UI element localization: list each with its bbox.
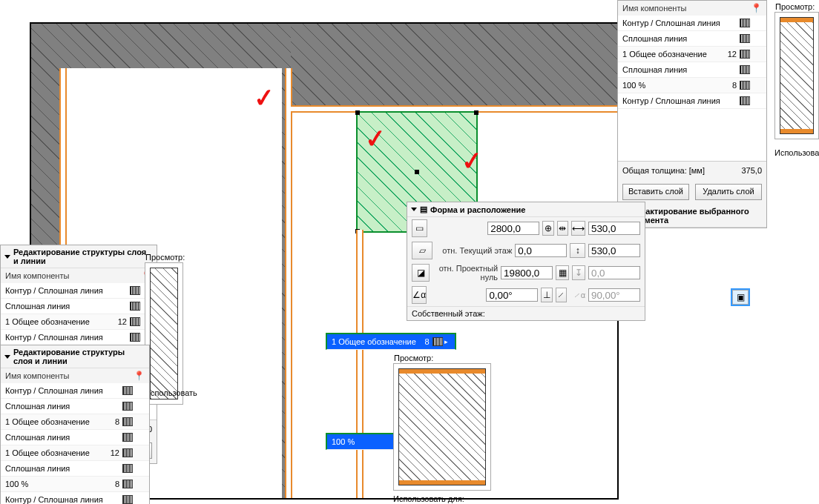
form-position-panel: ▤ Форма и расположение ▭ ⊕ ⇹ ⟷ ▱ отн. Те… bbox=[407, 202, 645, 321]
z-input[interactable] bbox=[501, 266, 553, 279]
layer-pattern[interactable] bbox=[122, 433, 145, 442]
layer-name: Сплошная линия bbox=[622, 34, 720, 43]
shape-plane-icon[interactable]: ▱ bbox=[412, 242, 432, 259]
layer-name: 1 Общее обозначение bbox=[5, 448, 103, 457]
layer-row[interactable]: Сплошная линия bbox=[1, 430, 149, 445]
layer-panel-mid: Редактирование структуры слоя и линии Им… bbox=[0, 345, 150, 504]
layer-row[interactable]: Контур / Сплошная линия bbox=[618, 93, 766, 109]
offset-icon: ↧ bbox=[572, 265, 585, 280]
angle2-input bbox=[588, 288, 640, 302]
ref-floor-label: отн. Текущий этаж bbox=[435, 246, 512, 255]
layer-row[interactable]: Сплошная линия bbox=[1, 399, 149, 414]
section-title: Редактирование выбранного элемента bbox=[631, 207, 763, 225]
ref-zero-label: отн. Проектный нуль bbox=[432, 264, 498, 282]
layer-pattern[interactable] bbox=[122, 402, 145, 411]
panel-title: Форма и расположение bbox=[430, 205, 525, 214]
collapse-icon[interactable] bbox=[4, 355, 10, 359]
layer-name: Сплошная линия bbox=[622, 65, 720, 74]
anchor-center-icon[interactable]: ⊕ bbox=[542, 221, 553, 236]
layer-name: 100 % bbox=[622, 81, 720, 90]
preview-label: Просмотр: bbox=[394, 354, 433, 362]
layer-pattern[interactable] bbox=[122, 464, 145, 473]
ortho-icon[interactable]: ⊥ bbox=[541, 288, 552, 302]
check-icon: ✓ bbox=[252, 82, 275, 113]
column-name: Имя компоненты bbox=[5, 371, 69, 380]
layer-row[interactable]: Контур / Сплошная линия bbox=[618, 16, 766, 31]
layer-row[interactable]: 100 %8 bbox=[1, 477, 149, 492]
delete-layer-button[interactable]: Удалить слой bbox=[695, 184, 762, 200]
layer-name: Сплошная линия bbox=[5, 433, 103, 442]
tilt-icon[interactable]: ⟋ bbox=[556, 288, 567, 302]
layer-row[interactable]: 1 Общее обозначение12 bbox=[618, 47, 766, 62]
angle-icon[interactable]: ∠α bbox=[412, 286, 427, 304]
height2-input[interactable] bbox=[588, 244, 640, 257]
layer-value: 8 bbox=[416, 337, 430, 346]
layer-row[interactable]: 1 Общее обозначение8▸ bbox=[326, 333, 456, 350]
layer-name: 1 Общее обозначение bbox=[5, 417, 103, 426]
layer-row[interactable]: 1 Общее обозначение12 bbox=[1, 314, 157, 330]
layer-row[interactable]: Сплошная линия bbox=[1, 461, 149, 477]
layer-pattern[interactable] bbox=[740, 96, 762, 105]
layer-value: 12 bbox=[103, 448, 119, 457]
width2-input[interactable] bbox=[588, 222, 640, 235]
preview-label: Просмотр: bbox=[145, 253, 185, 262]
layer-pattern[interactable] bbox=[122, 417, 145, 426]
layer-name: Контур / Сплошная линия bbox=[622, 19, 720, 27]
layer-pattern[interactable]: ▸ bbox=[432, 337, 450, 346]
layer-pattern[interactable] bbox=[122, 448, 145, 457]
layer-name: Сплошная линия bbox=[5, 302, 111, 311]
check-icon: ✓ bbox=[364, 123, 387, 154]
total-thickness-label: Общая толщина: [мм] bbox=[622, 166, 705, 175]
layer-pattern[interactable] bbox=[122, 480, 145, 488]
shape-box-icon[interactable]: ▭ bbox=[412, 219, 427, 237]
angle2-icon: ⟋α bbox=[573, 291, 585, 299]
layer-name: Контур / Сплошная линия bbox=[5, 286, 111, 295]
layer-value: 12 bbox=[111, 317, 127, 326]
layer-row[interactable]: Сплошная линия bbox=[1, 299, 157, 314]
layer-pattern[interactable] bbox=[740, 19, 762, 27]
layer-pattern[interactable] bbox=[740, 34, 762, 43]
layer-name: 1 Общее обозначение bbox=[332, 337, 416, 346]
layer-pattern[interactable] bbox=[122, 386, 145, 395]
layer-name: 100 % bbox=[5, 480, 103, 488]
panel-title: Редактирование структуры слоя и линии bbox=[13, 348, 145, 365]
preview-left: Просмотр: bbox=[145, 262, 183, 405]
collapse-icon[interactable] bbox=[4, 255, 10, 259]
angle-input[interactable] bbox=[486, 288, 538, 302]
layer-name: 1 Общее обозначение bbox=[622, 50, 720, 59]
layer-row[interactable]: 1 Общее обозначение8 bbox=[1, 414, 149, 430]
layer-row[interactable]: Контур / Сплошная линия bbox=[1, 492, 149, 504]
surface-icon[interactable]: ▦ bbox=[556, 265, 569, 280]
layer-pattern[interactable] bbox=[740, 50, 762, 59]
layer-name: 1 Общее обозначение bbox=[5, 317, 111, 326]
layer-row[interactable]: Контур / Сплошная линия bbox=[1, 383, 149, 399]
layer-name: Контур / Сплошная линия bbox=[5, 495, 103, 504]
layer-pattern[interactable] bbox=[740, 65, 762, 74]
own-floor-label: Собственный этаж: bbox=[412, 309, 485, 318]
layer-name: Сплошная линия bbox=[5, 402, 103, 411]
layer-row[interactable]: 1 Общее обозначение12 bbox=[1, 445, 149, 461]
layer-value: 8 bbox=[720, 81, 737, 90]
collapse-icon[interactable] bbox=[411, 208, 417, 211]
use-label: Использовать bbox=[145, 388, 197, 397]
layer-pattern[interactable] bbox=[740, 81, 762, 90]
layer-row[interactable]: Контур / Сплошная линия bbox=[1, 283, 157, 299]
total-thickness-value: 375,0 bbox=[741, 166, 762, 175]
layer-row[interactable]: Контур / Сплошная линия bbox=[1, 330, 157, 345]
column-name: Имя компоненты bbox=[5, 271, 69, 280]
layer-row[interactable]: Сплошная линия bbox=[618, 31, 766, 47]
pin-icon[interactable]: 📍 bbox=[751, 3, 762, 13]
dim-width-icon[interactable]: ⟷ bbox=[571, 221, 585, 236]
height-input[interactable] bbox=[515, 244, 567, 257]
layer-value: 12 bbox=[720, 50, 737, 59]
layer-row[interactable]: 100 %8 bbox=[618, 78, 766, 93]
dim-height-icon[interactable]: ↕ bbox=[570, 243, 585, 258]
insert-layer-button[interactable]: Вставить слой bbox=[622, 184, 689, 200]
anchor-split-icon[interactable]: ⇹ bbox=[557, 221, 568, 236]
layer-pattern[interactable] bbox=[122, 495, 145, 504]
pin-icon[interactable]: 📍 bbox=[134, 371, 145, 381]
align-center-icon[interactable]: ▣ bbox=[732, 290, 749, 305]
layer-row[interactable]: Сплошная линия bbox=[618, 62, 766, 78]
width-input[interactable] bbox=[487, 222, 539, 235]
shape-slab-icon[interactable]: ◪ bbox=[412, 264, 430, 282]
